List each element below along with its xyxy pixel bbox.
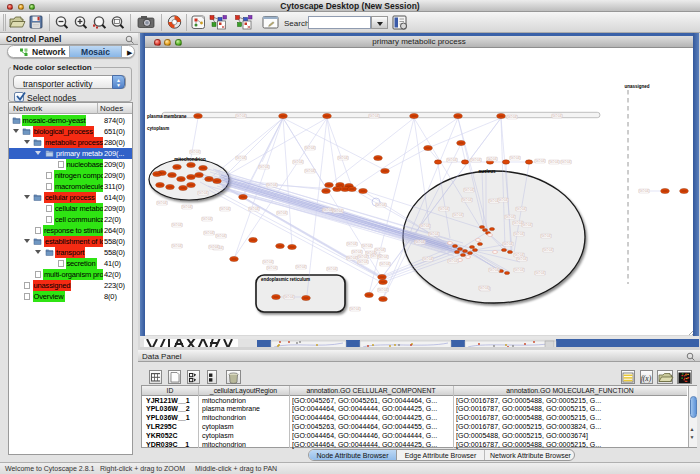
svg-text:[GO:04]: [GO:04] bbox=[462, 198, 473, 202]
svg-text:[GO:04]: [GO:04] bbox=[510, 156, 521, 160]
svg-text:[GO:04]: [GO:04] bbox=[249, 207, 260, 211]
svg-text:[GO:04]: [GO:04] bbox=[522, 223, 533, 227]
svg-text:[GO:04]: [GO:04] bbox=[507, 115, 518, 119]
svg-text:[GO:04]: [GO:04] bbox=[448, 259, 459, 263]
svg-text:[GO:04]: [GO:04] bbox=[347, 256, 358, 260]
svg-text:[GO:04]: [GO:04] bbox=[423, 257, 434, 261]
svg-text:[GO:04]: [GO:04] bbox=[489, 268, 500, 272]
svg-text:[GO:04]: [GO:04] bbox=[220, 207, 231, 211]
svg-text:[GO:04]: [GO:04] bbox=[198, 191, 209, 195]
svg-text:[GO:04]: [GO:04] bbox=[516, 207, 527, 211]
svg-text:[GO:04]: [GO:04] bbox=[447, 158, 458, 162]
svg-text:[GO:04]: [GO:04] bbox=[376, 203, 387, 207]
svg-text:[GO:04]: [GO:04] bbox=[543, 248, 554, 252]
svg-text:[GO:04]: [GO:04] bbox=[498, 198, 509, 202]
svg-text:[GO:04]: [GO:04] bbox=[284, 295, 295, 299]
svg-text:[GO:04]: [GO:04] bbox=[352, 250, 363, 254]
svg-text:[GO:04]: [GO:04] bbox=[505, 215, 516, 219]
svg-text:[GO:04]: [GO:04] bbox=[333, 209, 344, 213]
svg-text:[GO:04]: [GO:04] bbox=[369, 114, 380, 118]
svg-text:[GO:04]: [GO:04] bbox=[338, 156, 349, 160]
svg-text:[GO:04]: [GO:04] bbox=[503, 242, 514, 246]
svg-text:[GO:04]: [GO:04] bbox=[204, 231, 215, 235]
svg-text:[GO:04]: [GO:04] bbox=[415, 240, 426, 244]
svg-text:[GO:04]: [GO:04] bbox=[471, 158, 482, 162]
svg-text:[GO:04]: [GO:04] bbox=[305, 169, 316, 173]
svg-text:[GO:04]: [GO:04] bbox=[157, 201, 168, 205]
svg-text:[GO:04]: [GO:04] bbox=[293, 160, 304, 164]
svg-text:[GO:04]: [GO:04] bbox=[358, 255, 369, 259]
svg-text:[GO:04]: [GO:04] bbox=[362, 244, 373, 248]
svg-text:[GO:04]: [GO:04] bbox=[375, 248, 386, 252]
svg-text:[GO:04]: [GO:04] bbox=[209, 245, 220, 249]
svg-text:[GO:04]: [GO:04] bbox=[487, 157, 498, 161]
svg-text:nucleus: nucleus bbox=[478, 169, 496, 174]
svg-text:f(x): f(x) bbox=[641, 374, 652, 383]
svg-text:[GO:04]: [GO:04] bbox=[327, 267, 338, 271]
svg-text:endoplasmic reticulum: endoplasmic reticulum bbox=[261, 277, 310, 282]
svg-text:[GO:04]: [GO:04] bbox=[263, 260, 274, 264]
svg-text:[GO:04]: [GO:04] bbox=[549, 160, 560, 164]
svg-text:[GO:04]: [GO:04] bbox=[464, 188, 475, 192]
svg-text:[GO:04]: [GO:04] bbox=[453, 213, 464, 217]
svg-text:[GO:04]: [GO:04] bbox=[172, 223, 183, 227]
svg-text:[GO:04]: [GO:04] bbox=[267, 266, 278, 270]
svg-text:[GO:04]: [GO:04] bbox=[236, 114, 247, 118]
svg-text:[GO:04]: [GO:04] bbox=[216, 234, 227, 238]
svg-text:[GO:04]: [GO:04] bbox=[172, 244, 183, 248]
svg-text:[GO:04]: [GO:04] bbox=[182, 205, 193, 209]
svg-text:[GO:04]: [GO:04] bbox=[479, 286, 490, 290]
svg-text:plasma membrane: plasma membrane bbox=[147, 114, 187, 119]
svg-text:[GO:04]: [GO:04] bbox=[514, 232, 525, 236]
svg-text:[GO:04]: [GO:04] bbox=[305, 146, 316, 150]
svg-text:[GO:04]: [GO:04] bbox=[535, 271, 546, 275]
svg-text:[GO:04]: [GO:04] bbox=[378, 288, 389, 292]
svg-text:[GO:04]: [GO:04] bbox=[439, 207, 450, 211]
svg-text:unassigned: unassigned bbox=[624, 84, 649, 89]
svg-text:[GO:04]: [GO:04] bbox=[190, 150, 201, 154]
svg-text:[GO:04]: [GO:04] bbox=[541, 234, 552, 238]
svg-text:[GO:04]: [GO:04] bbox=[236, 156, 247, 160]
svg-text:[GO:04]: [GO:04] bbox=[552, 114, 563, 118]
svg-text:mitochondrion: mitochondrion bbox=[174, 157, 206, 162]
svg-text:[GO:04]: [GO:04] bbox=[277, 211, 288, 215]
svg-text:[GO:04]: [GO:04] bbox=[561, 160, 572, 164]
svg-text:[GO:04]: [GO:04] bbox=[358, 260, 369, 264]
svg-text:[GO:04]: [GO:04] bbox=[378, 255, 389, 259]
svg-text:[GO:04]: [GO:04] bbox=[267, 183, 278, 187]
svg-text:[GO:04]: [GO:04] bbox=[639, 189, 650, 193]
svg-text:[GO:04]: [GO:04] bbox=[380, 262, 391, 266]
svg-text:[GO:04]: [GO:04] bbox=[202, 217, 213, 221]
svg-text:[GO:04]: [GO:04] bbox=[347, 242, 358, 246]
svg-text:[GO:04]: [GO:04] bbox=[514, 268, 525, 272]
svg-text:[GO:04]: [GO:04] bbox=[296, 265, 307, 269]
svg-text:cytoplasm: cytoplasm bbox=[147, 126, 169, 131]
svg-text:[GO:04]: [GO:04] bbox=[429, 232, 440, 236]
svg-text:[GO:04]: [GO:04] bbox=[350, 307, 361, 311]
svg-text:[GO:04]: [GO:04] bbox=[420, 224, 431, 228]
svg-text:[GO:04]: [GO:04] bbox=[259, 165, 270, 169]
svg-text:[GO:04]: [GO:04] bbox=[517, 257, 528, 261]
svg-text:[GO:04]: [GO:04] bbox=[535, 159, 546, 163]
